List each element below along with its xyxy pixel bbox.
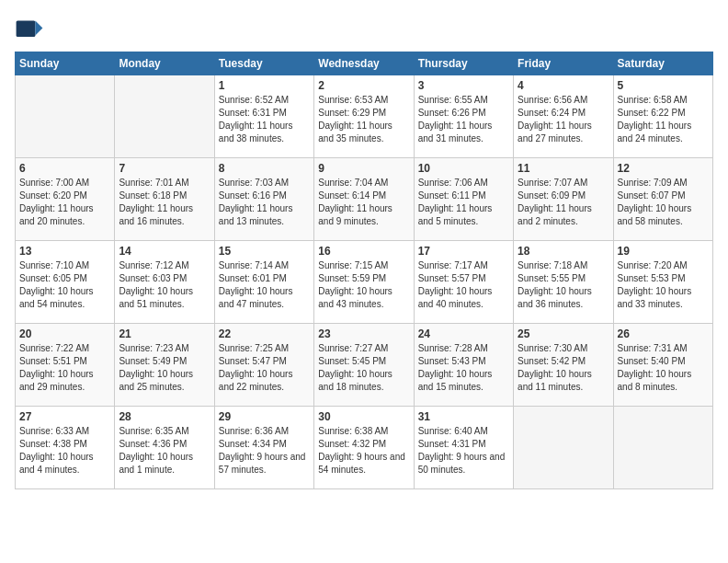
day-info: Sunrise: 7:12 AMSunset: 6:03 PMDaylight:… — [119, 259, 210, 311]
svg-rect-0 — [17, 20, 36, 37]
col-header-wednesday: Wednesday — [314, 52, 414, 75]
day-info: Sunrise: 7:20 AMSunset: 5:53 PMDaylight:… — [618, 259, 709, 311]
day-info: Sunrise: 6:36 AMSunset: 4:34 PMDaylight:… — [219, 425, 310, 477]
calendar-cell — [115, 75, 214, 158]
day-info: Sunrise: 6:56 AMSunset: 6:24 PMDaylight:… — [518, 94, 609, 145]
calendar-cell: 14Sunrise: 7:12 AMSunset: 6:03 PMDayligh… — [115, 241, 214, 324]
day-number: 30 — [318, 410, 409, 423]
calendar-cell: 31Sunrise: 6:40 AMSunset: 4:31 PMDayligh… — [414, 407, 513, 489]
day-info: Sunrise: 7:00 AMSunset: 6:20 PMDaylight:… — [19, 177, 110, 228]
calendar-cell: 13Sunrise: 7:10 AMSunset: 6:05 PMDayligh… — [16, 241, 115, 324]
calendar-cell: 20Sunrise: 7:22 AMSunset: 5:51 PMDayligh… — [16, 324, 115, 407]
day-number: 25 — [518, 327, 609, 340]
col-header-saturday: Saturday — [613, 52, 712, 75]
day-number: 7 — [119, 162, 210, 175]
day-info: Sunrise: 6:33 AMSunset: 4:38 PMDaylight:… — [19, 425, 110, 477]
day-number: 1 — [219, 79, 310, 92]
day-number: 22 — [219, 327, 310, 340]
day-info: Sunrise: 6:35 AMSunset: 4:36 PMDaylight:… — [119, 425, 210, 477]
calendar-cell: 12Sunrise: 7:09 AMSunset: 6:07 PMDayligh… — [613, 158, 712, 241]
calendar-cell: 27Sunrise: 6:33 AMSunset: 4:38 PMDayligh… — [16, 407, 115, 489]
calendar-cell: 3Sunrise: 6:55 AMSunset: 6:26 PMDaylight… — [414, 75, 513, 158]
col-header-tuesday: Tuesday — [214, 52, 313, 75]
calendar-cell — [514, 407, 613, 489]
calendar-cell: 22Sunrise: 7:25 AMSunset: 5:47 PMDayligh… — [214, 324, 313, 407]
day-number: 4 — [518, 79, 609, 92]
day-number: 6 — [19, 162, 110, 175]
day-info: Sunrise: 6:52 AMSunset: 6:31 PMDaylight:… — [219, 94, 310, 145]
calendar-cell: 10Sunrise: 7:06 AMSunset: 6:11 PMDayligh… — [414, 158, 513, 241]
day-number: 21 — [119, 327, 210, 340]
day-number: 29 — [219, 410, 310, 423]
day-number: 20 — [19, 327, 110, 340]
day-info: Sunrise: 6:58 AMSunset: 6:22 PMDaylight:… — [618, 94, 709, 145]
calendar-cell: 5Sunrise: 6:58 AMSunset: 6:22 PMDaylight… — [613, 75, 712, 158]
calendar-week-row: 20Sunrise: 7:22 AMSunset: 5:51 PMDayligh… — [16, 324, 713, 407]
day-info: Sunrise: 7:04 AMSunset: 6:14 PMDaylight:… — [318, 177, 409, 228]
col-header-friday: Friday — [514, 52, 613, 75]
day-number: 3 — [418, 79, 509, 92]
day-info: Sunrise: 6:38 AMSunset: 4:32 PMDaylight:… — [318, 425, 409, 477]
day-info: Sunrise: 7:06 AMSunset: 6:11 PMDaylight:… — [418, 177, 509, 228]
day-info: Sunrise: 7:10 AMSunset: 6:05 PMDaylight:… — [19, 259, 110, 311]
calendar-cell: 17Sunrise: 7:17 AMSunset: 5:57 PMDayligh… — [414, 241, 513, 324]
day-number: 27 — [19, 410, 110, 423]
calendar-cell: 9Sunrise: 7:04 AMSunset: 6:14 PMDaylight… — [314, 158, 414, 241]
calendar-cell: 18Sunrise: 7:18 AMSunset: 5:55 PMDayligh… — [514, 241, 613, 324]
day-info: Sunrise: 7:15 AMSunset: 5:59 PMDaylight:… — [318, 259, 409, 311]
day-number: 2 — [318, 79, 409, 92]
calendar-cell: 19Sunrise: 7:20 AMSunset: 5:53 PMDayligh… — [613, 241, 712, 324]
calendar-cell — [613, 407, 712, 489]
day-number: 10 — [418, 162, 509, 175]
calendar-cell: 1Sunrise: 6:52 AMSunset: 6:31 PMDaylight… — [214, 75, 313, 158]
day-number: 31 — [418, 410, 509, 423]
day-number: 19 — [618, 245, 709, 258]
page-header — [15, 15, 713, 44]
day-number: 14 — [119, 245, 210, 258]
svg-marker-1 — [35, 20, 42, 35]
day-number: 13 — [19, 245, 110, 258]
day-number: 11 — [518, 162, 609, 175]
calendar-cell: 30Sunrise: 6:38 AMSunset: 4:32 PMDayligh… — [314, 407, 414, 489]
day-info: Sunrise: 6:55 AMSunset: 6:26 PMDaylight:… — [418, 94, 509, 145]
calendar-cell: 8Sunrise: 7:03 AMSunset: 6:16 PMDaylight… — [214, 158, 313, 241]
day-info: Sunrise: 7:27 AMSunset: 5:45 PMDaylight:… — [318, 342, 409, 394]
day-number: 12 — [618, 162, 709, 175]
day-number: 24 — [418, 327, 509, 340]
calendar-cell: 4Sunrise: 6:56 AMSunset: 6:24 PMDaylight… — [514, 75, 613, 158]
calendar-cell: 15Sunrise: 7:14 AMSunset: 6:01 PMDayligh… — [214, 241, 313, 324]
calendar-cell: 7Sunrise: 7:01 AMSunset: 6:18 PMDaylight… — [115, 158, 214, 241]
day-info: Sunrise: 7:25 AMSunset: 5:47 PMDaylight:… — [219, 342, 310, 394]
day-number: 16 — [318, 245, 409, 258]
day-info: Sunrise: 6:53 AMSunset: 6:29 PMDaylight:… — [318, 94, 409, 145]
day-number: 18 — [518, 245, 609, 258]
day-number: 23 — [318, 327, 409, 340]
day-info: Sunrise: 7:28 AMSunset: 5:43 PMDaylight:… — [418, 342, 509, 394]
calendar-week-row: 13Sunrise: 7:10 AMSunset: 6:05 PMDayligh… — [16, 241, 713, 324]
day-info: Sunrise: 7:31 AMSunset: 5:40 PMDaylight:… — [618, 342, 709, 394]
day-info: Sunrise: 7:03 AMSunset: 6:16 PMDaylight:… — [219, 177, 310, 228]
calendar-cell: 23Sunrise: 7:27 AMSunset: 5:45 PMDayligh… — [314, 324, 414, 407]
day-info: Sunrise: 7:07 AMSunset: 6:09 PMDaylight:… — [518, 177, 609, 228]
col-header-monday: Monday — [115, 52, 214, 75]
day-number: 17 — [418, 245, 509, 258]
day-info: Sunrise: 7:18 AMSunset: 5:55 PMDaylight:… — [518, 259, 609, 311]
day-number: 28 — [119, 410, 210, 423]
calendar-cell: 2Sunrise: 6:53 AMSunset: 6:29 PMDaylight… — [314, 75, 414, 158]
col-header-thursday: Thursday — [414, 52, 513, 75]
calendar-cell: 11Sunrise: 7:07 AMSunset: 6:09 PMDayligh… — [514, 158, 613, 241]
calendar-cell: 24Sunrise: 7:28 AMSunset: 5:43 PMDayligh… — [414, 324, 513, 407]
day-info: Sunrise: 7:23 AMSunset: 5:49 PMDaylight:… — [119, 342, 210, 394]
day-info: Sunrise: 7:14 AMSunset: 6:01 PMDaylight:… — [219, 259, 310, 311]
calendar-header-row: SundayMondayTuesdayWednesdayThursdayFrid… — [16, 52, 713, 75]
day-info: Sunrise: 7:09 AMSunset: 6:07 PMDaylight:… — [618, 177, 709, 228]
col-header-sunday: Sunday — [16, 52, 115, 75]
calendar-table: SundayMondayTuesdayWednesdayThursdayFrid… — [15, 52, 713, 489]
logo — [15, 15, 48, 44]
day-number: 9 — [318, 162, 409, 175]
calendar-cell: 21Sunrise: 7:23 AMSunset: 5:49 PMDayligh… — [115, 324, 214, 407]
calendar-cell: 6Sunrise: 7:00 AMSunset: 6:20 PMDaylight… — [16, 158, 115, 241]
day-info: Sunrise: 7:17 AMSunset: 5:57 PMDaylight:… — [418, 259, 509, 311]
day-info: Sunrise: 7:30 AMSunset: 5:42 PMDaylight:… — [518, 342, 609, 394]
day-info: Sunrise: 7:01 AMSunset: 6:18 PMDaylight:… — [119, 177, 210, 228]
